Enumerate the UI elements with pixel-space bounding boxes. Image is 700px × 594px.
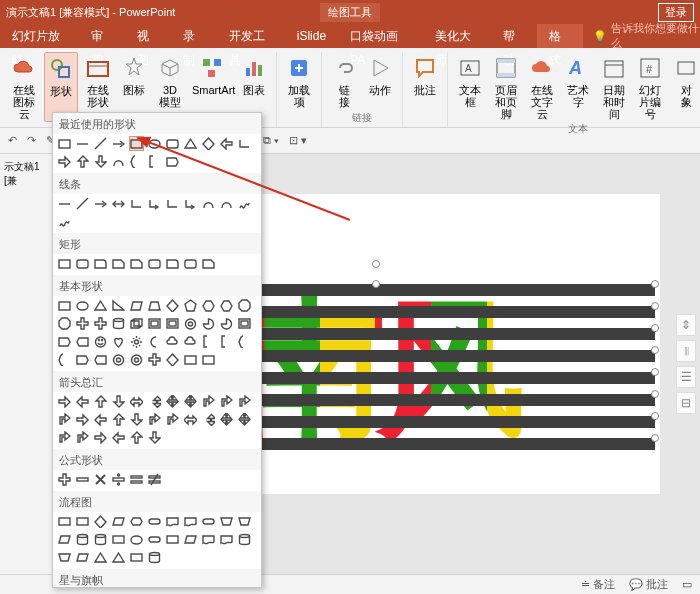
shape-option[interactable] [57,412,72,427]
group-button[interactable]: ⊡ ▾ [289,134,307,147]
shape-option[interactable] [201,196,216,211]
shape-option[interactable] [93,532,108,547]
shape-option[interactable] [237,514,252,529]
shape-option[interactable] [93,256,108,271]
shape-option[interactable] [75,334,90,349]
shape-option[interactable] [129,394,144,409]
shape-option[interactable] [57,472,72,487]
shape-option[interactable] [147,412,162,427]
selection-handle[interactable] [372,280,380,288]
shape-option[interactable] [93,472,108,487]
shape-option[interactable] [129,136,144,151]
shape-option[interactable] [165,154,180,169]
shape-option[interactable] [165,532,180,547]
shape-option[interactable] [237,136,252,151]
tab-record[interactable]: 录制 [171,24,217,48]
shape-option[interactable] [111,430,126,445]
shape-option[interactable] [183,334,198,349]
tab-pocketanim[interactable]: 口袋动画 PA [338,24,423,48]
shape-option[interactable] [219,298,234,313]
shape-option[interactable] [237,394,252,409]
shape-option[interactable] [129,352,144,367]
shape-option[interactable] [201,514,216,529]
shape-option[interactable] [75,394,90,409]
shape-option[interactable] [57,214,72,229]
shape-option[interactable] [237,196,252,211]
shape-option[interactable] [201,532,216,547]
shape-option[interactable] [75,412,90,427]
tab-beautify[interactable]: 美化大师 [423,24,491,48]
shape-option[interactable] [165,352,180,367]
shape-option[interactable] [219,412,234,427]
shape-option[interactable] [147,394,162,409]
shape-option[interactable] [93,550,108,565]
shape-option[interactable] [111,532,126,547]
comments-button[interactable]: 💬 批注 [629,577,668,592]
tab-review[interactable]: 审阅 [79,24,125,48]
shape-option[interactable] [75,430,90,445]
comment-button[interactable]: 批注 [409,52,441,98]
shape-option[interactable] [129,550,144,565]
shape-option[interactable] [57,298,72,313]
slide-thumbnail-panel[interactable]: 示文稿1 [兼 [0,154,56,574]
shape-option[interactable] [165,256,180,271]
textbox-button[interactable]: A 文本框 [454,52,486,122]
shape-option[interactable] [165,316,180,331]
shape-option[interactable] [57,352,72,367]
shape-option[interactable] [75,196,90,211]
shape-option[interactable] [219,514,234,529]
shape-option[interactable] [201,334,216,349]
shape-option[interactable] [93,154,108,169]
shape-option[interactable] [165,196,180,211]
shape-option[interactable] [183,394,198,409]
shape-option[interactable] [93,196,108,211]
shape-option[interactable] [147,298,162,313]
shapes-dropdown-menu[interactable]: 最近使用的形状线条矩形基本形状箭头总汇公式形状流程图星与旗帜标注 [52,112,262,588]
shape-option[interactable] [183,316,198,331]
notes-button[interactable]: ≐ 备注 [581,577,615,592]
shape-option[interactable] [57,136,72,151]
link-button[interactable]: 链 接 [328,52,360,110]
shape-option[interactable] [237,412,252,427]
undo-icon[interactable]: ↶ [8,134,17,147]
login-button[interactable]: 登录 [658,3,694,22]
shape-option[interactable] [129,412,144,427]
shape-option[interactable] [75,472,90,487]
shape-option[interactable] [183,352,198,367]
shape-option[interactable] [57,532,72,547]
shape-option[interactable] [75,316,90,331]
shape-option[interactable] [93,334,108,349]
shape-option[interactable] [147,334,162,349]
shape-option[interactable] [147,316,162,331]
shape-option[interactable] [147,472,162,487]
shape-option[interactable] [129,256,144,271]
shape-option[interactable] [111,394,126,409]
shape-option[interactable] [75,154,90,169]
shape-option[interactable] [237,298,252,313]
shape-option[interactable] [147,256,162,271]
shape-option[interactable] [111,550,126,565]
shape-option[interactable] [57,550,72,565]
tab-view[interactable]: 视图 [125,24,171,48]
shape-option[interactable] [165,298,180,313]
shape-option[interactable] [57,154,72,169]
list-icon[interactable]: ☰ [676,366,696,388]
shape-option[interactable] [129,472,144,487]
shape-option[interactable] [237,334,252,349]
selection-handle[interactable] [651,412,659,420]
shape-option[interactable] [129,514,144,529]
shape-option[interactable] [93,352,108,367]
redo-icon[interactable]: ↷ [27,134,36,147]
selection-handle[interactable] [651,390,659,398]
shape-option[interactable] [237,316,252,331]
shape-option[interactable] [111,412,126,427]
shape-option[interactable] [219,196,234,211]
shape-option[interactable] [57,430,72,445]
contextual-tab-label[interactable]: 绘图工具 [320,3,380,22]
shape-option[interactable] [129,298,144,313]
selection-handle[interactable] [651,302,659,310]
shape-option[interactable] [201,394,216,409]
shape-option[interactable] [93,412,108,427]
shape-option[interactable] [111,298,126,313]
tab-devtools[interactable]: 开发工具 [217,24,285,48]
